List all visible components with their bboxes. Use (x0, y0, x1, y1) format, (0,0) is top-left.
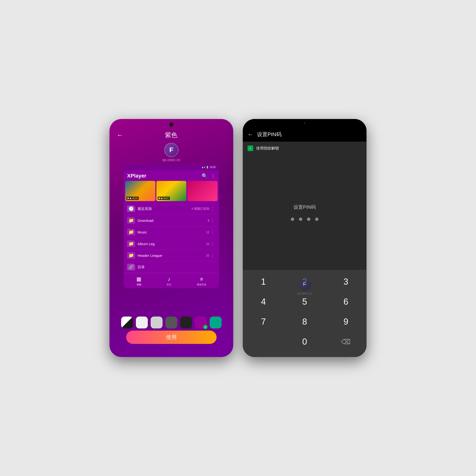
video-nav-icon: ▦ (136, 276, 141, 282)
video-thumb-3[interactable] (187, 181, 218, 201)
list-item[interactable]: 📁 Download 8 ⋮ (125, 215, 218, 226)
music-nav-label: 音乐 (167, 283, 171, 286)
search-icon[interactable]: 🔍 (202, 173, 207, 179)
folder-icon-album: 📁 (127, 240, 135, 247)
folder-icon-music: 📁 (127, 229, 135, 235)
xplayer-action-icons: 🔍 ⋮ (202, 173, 216, 179)
pin-dot-3 (307, 218, 310, 221)
key-4[interactable]: 4 (247, 292, 280, 311)
back-arrow-right[interactable]: ← (248, 131, 253, 138)
list-item[interactable]: 📁 Header League 32 ⋮ (125, 250, 218, 261)
use-button[interactable]: 使用 (126, 331, 217, 344)
left-phone-header: ← 紫色 (109, 119, 233, 142)
folder-name-header: Header League (137, 254, 205, 257)
folder-count-music: 12 (206, 230, 209, 234)
xplayer-card: ▲▾ 🔋 10:05 XPlayer 🔍 ⋮ ▶ 20:23 (124, 164, 219, 288)
music-nav-icon: ♪ (168, 276, 170, 282)
more-icon-album[interactable]: ⋮ (209, 241, 216, 246)
xplayer-header: XPlayer 🔍 ⋮ (124, 170, 219, 181)
play-icon-1 (128, 197, 129, 199)
folder-name-mulu: 目录 (137, 265, 216, 270)
theme-swatch-3[interactable] (165, 317, 177, 328)
more-icon-header[interactable]: ⋮ (209, 253, 216, 258)
pin-header: ← 设置PIN码 (243, 119, 367, 142)
video-strip: ▶ 20:23 ▶ 03:07 (124, 181, 219, 203)
playlist-nav-icon: ≡ (200, 276, 203, 282)
folder-icon-recent: 🕐 (127, 205, 135, 212)
playlist-nav-label: 播放列表 (197, 283, 206, 286)
numpad-row-3: 7 8 9 (243, 312, 367, 331)
play-icon-2 (159, 197, 160, 199)
watermark-site-right: qx.oovc.cc (297, 291, 312, 295)
folder-icon-header: 📁 (127, 252, 135, 259)
time-display: 10:05 (210, 166, 216, 169)
key-8[interactable]: 8 (288, 312, 321, 331)
left-phone: ← 紫色 F qx.oovc.cc ▲▾ 🔋 10:05 XPlayer 🔍 ⋮ (109, 119, 233, 357)
pin-header-title: 设置PIN码 (257, 131, 282, 138)
list-item[interactable]: 🔗 目录 (125, 261, 218, 273)
numpad-row-4: 0 ⌫ (243, 332, 367, 351)
status-bar: ▲▾ 🔋 10:05 (124, 164, 219, 170)
watermark-right: F qx.oovc.cc (297, 278, 312, 295)
video-duration-2: ▶ 03:07 (157, 197, 170, 200)
file-list: 🕐 最近添加 4 视频已添加 ⋮ 📁 Download 8 ⋮ 📁 Music … (124, 203, 219, 273)
back-arrow-left[interactable]: ← (117, 131, 123, 139)
fingerprint-checkbox[interactable]: ✓ (248, 145, 253, 151)
watermark-logo-right: F (298, 278, 311, 291)
key-9[interactable]: 9 (329, 312, 362, 331)
key-empty (247, 332, 280, 351)
video-thumb-1[interactable]: ▶ 20:23 (125, 181, 155, 201)
numpad-row-2: 4 5 6 (243, 292, 367, 311)
list-item[interactable]: 📁 Music 12 ⋮ (125, 226, 218, 238)
theme-swatch-4[interactable] (180, 317, 192, 328)
pin-dot-2 (299, 218, 302, 221)
fingerprint-row[interactable]: ✓ 使用指纹解锁 (243, 142, 367, 155)
fingerprint-label: 使用指纹解锁 (256, 146, 279, 151)
more-icon-recent[interactable]: ⋮ (209, 206, 216, 211)
right-phone: ← 设置PIN码 ✓ 使用指纹解锁 设置PIN码 F qx.oovc.cc 1 … (243, 119, 367, 357)
nav-video[interactable]: ▦ 视频 (136, 276, 141, 286)
more-icon[interactable]: ⋮ (211, 173, 216, 179)
list-item[interactable]: 📁 Album Leg 20 ⋮ (125, 238, 218, 250)
key-0[interactable]: 0 (288, 332, 321, 351)
bottom-nav: ▦ 视频 ♪ 音乐 ≡ 播放列表 (124, 273, 219, 288)
key-3[interactable]: 3 (329, 272, 362, 291)
key-7[interactable]: 7 (247, 312, 280, 331)
set-pin-title: 设置PIN码 (293, 204, 316, 210)
nav-music[interactable]: ♪ 音乐 (167, 276, 171, 286)
backspace-icon: ⌫ (341, 338, 351, 346)
key-1[interactable]: 1 (247, 272, 280, 291)
more-icon-music[interactable]: ⋮ (209, 229, 216, 235)
video-duration-1: ▶ 20:23 (126, 197, 139, 200)
more-icon-download[interactable]: ⋮ (209, 218, 216, 223)
folder-count-header: 32 (206, 254, 209, 257)
folder-name-download: Download (137, 219, 206, 222)
pin-dot-1 (291, 218, 294, 221)
theme-swatch-1[interactable] (136, 317, 148, 328)
key-5[interactable]: 5 (288, 292, 321, 311)
theme-swatch-5[interactable] (195, 317, 207, 328)
theme-swatch-0[interactable] (121, 317, 133, 328)
folder-count-download: 8 (208, 219, 209, 222)
folder-name-music: Music (137, 230, 205, 234)
theme-swatch-2[interactable] (151, 317, 163, 328)
theme-selector (116, 317, 226, 328)
watermark-left: F qx.oovc.cc (162, 143, 180, 162)
list-item[interactable]: 🕐 最近添加 4 视频已添加 ⋮ (125, 203, 218, 215)
folder-name-album: Album Leg (137, 242, 205, 246)
watermark-site-left: qx.oovc.cc (162, 158, 180, 162)
folder-icon-download: 📁 (127, 217, 135, 224)
pin-content: 设置PIN码 (243, 155, 367, 270)
watermark-logo-left: F (164, 143, 178, 157)
pin-dot-4 (315, 218, 319, 221)
nav-playlist[interactable]: ≡ 播放列表 (197, 276, 206, 286)
folder-count-recent: 4 视频已添加 (191, 206, 209, 211)
xplayer-title: XPlayer (127, 173, 146, 179)
folder-count-album: 20 (206, 242, 209, 246)
key-backspace[interactable]: ⌫ (329, 332, 362, 351)
key-6[interactable]: 6 (329, 292, 362, 311)
phone-title-left: 紫色 (165, 131, 177, 139)
theme-swatch-6[interactable] (210, 317, 221, 328)
folder-name-recent: 最近添加 (137, 206, 190, 211)
video-thumb-2[interactable]: ▶ 03:07 (156, 181, 187, 201)
